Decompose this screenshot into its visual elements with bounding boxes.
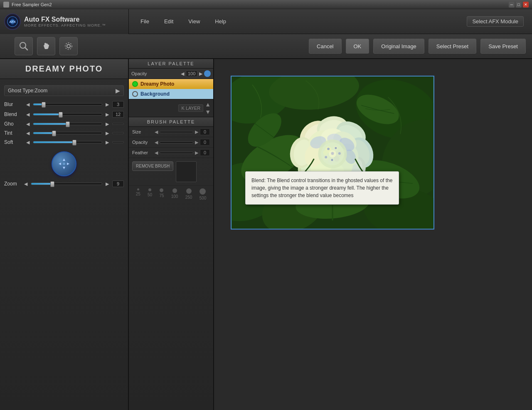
blend-track[interactable] [33,113,102,116]
brush-size-100[interactable]: 100 [171,188,178,200]
brush-size-500[interactable]: 500 [200,188,207,200]
tint-increase-button[interactable]: ▶ [105,131,110,136]
svg-text:AFX: AFX [9,20,16,24]
tint-decrease-button[interactable]: ◀ [25,131,30,136]
layer-scroll-up-button[interactable]: ▲ [205,101,211,108]
save-preset-button[interactable]: Save Preset [480,39,526,54]
title-bar-text: Free Sampler Gen2 [12,2,507,7]
opacity-value: 100 [186,70,197,77]
logo-area: AFX Auto FX Software MORE EFFECTS. AFFEC… [0,9,129,34]
zoom-increase-button[interactable]: ▶ [105,181,110,187]
palettes-panel: LAYER PALETTE Opacity ◀ 100 ▶ Dreamy Pho… [129,59,214,410]
ok-button[interactable]: OK [346,39,369,54]
logo-main-text: Auto FX Software [24,16,106,23]
minimize-button[interactable]: ─ [509,2,515,7]
layer-visibility-icon-bg[interactable] [132,91,138,97]
tint-track[interactable] [33,132,102,134]
brush-opacity-value: 0 [200,139,210,146]
brush-size-label-50: 50 [148,193,152,197]
effect-title: DREAMY PHOTO [0,59,128,79]
layer-visibility-icon[interactable] [132,81,138,87]
ghost-type-arrow-icon[interactable]: ▶ [116,87,120,94]
soft-increase-button[interactable]: ▶ [105,140,110,145]
layer-scroll-down-button[interactable]: ▼ [205,109,211,115]
brush-size-increase-button[interactable]: ▶ [195,129,198,135]
brush-feather-decrease-button[interactable]: ◀ [155,150,158,156]
brush-opacity-decrease-button[interactable]: ◀ [155,140,158,145]
maximize-button[interactable]: □ [516,2,522,7]
brush-feather-increase-button[interactable]: ▶ [195,150,198,156]
move-tool-button[interactable] [52,151,76,176]
layer-name-background: Background [140,91,210,97]
soft-slider-row: Soft ◀ ▶ [4,139,124,145]
gho-slider-row: Gho ◀ ▶ [4,121,124,127]
opacity-increase-button[interactable]: ▶ [199,71,202,77]
brush-palette-title: BRUSH PALETTE [129,117,213,127]
cancel-button[interactable]: Cancel [309,39,341,54]
gho-track[interactable] [33,123,102,125]
gho-value [112,123,124,125]
ghost-type-selector[interactable]: Ghost Type:Zoom ▶ [4,85,124,96]
blend-decrease-button[interactable]: ◀ [25,112,30,117]
brush-palette: BRUSH PALETTE Size ◀ ▶ 0 Opacity ◀ ▶ 0 F… [129,117,213,410]
brush-opacity-increase-button[interactable]: ▶ [195,140,198,145]
menu-help[interactable]: Help [212,17,229,26]
gho-decrease-button[interactable]: ◀ [25,121,30,127]
brush-size-25[interactable]: 25 [136,188,140,200]
svg-marker-10 [67,163,69,165]
brush-size-250[interactable]: 250 [185,188,192,200]
soft-decrease-button[interactable]: ◀ [25,140,30,145]
magnify-tool-button[interactable] [15,37,33,55]
select-preset-button[interactable]: Select Preset [429,39,476,54]
brush-size-50[interactable]: 50 [148,188,152,200]
brush-opacity-track[interactable] [160,141,193,143]
brush-opacity-label: Opacity [132,140,153,145]
brush-preview [176,161,197,182]
brush-size-decrease-button[interactable]: ◀ [155,129,158,135]
opacity-lock-button[interactable] [204,70,211,77]
brush-size-label: Size [132,129,153,134]
brush-size-row: Size ◀ ▶ 0 [129,127,213,137]
brush-size-label-250: 250 [185,195,192,200]
brush-dot-25 [137,188,139,190]
gho-increase-button[interactable]: ▶ [105,121,110,127]
brush-sizes: 25 50 75 100 250 [129,185,213,203]
opacity-decrease-button[interactable]: ◀ [181,71,184,77]
layer-item-dreamy-photo[interactable]: Dreamy Photo [129,79,213,89]
zoom-label: Zoom [4,181,21,187]
brush-size-track[interactable] [160,131,193,133]
remove-brush-button[interactable]: REMOVE BRUSH [132,161,173,171]
brush-dot-100 [172,188,177,193]
brush-size-75[interactable]: 75 [159,188,164,200]
blend-value: 12 [112,111,124,118]
blur-decrease-button[interactable]: ◀ [25,102,30,107]
zoom-track[interactable] [31,183,102,185]
menu-edit[interactable]: Edit [161,17,177,26]
close-button[interactable]: ✕ [523,2,529,7]
soft-label: Soft [4,139,23,145]
blur-slider-row: Blur ◀ ▶ 3 [4,101,124,108]
layer-item-background[interactable]: Background [129,89,213,99]
svg-point-6 [65,43,72,49]
image-frame [231,76,434,230]
brush-feather-track[interactable] [160,152,193,154]
brush-size-label-100: 100 [171,194,178,199]
gho-label: Gho [4,121,23,127]
add-layer-button[interactable]: K LAYER [178,104,203,112]
blur-increase-button[interactable]: ▶ [105,102,110,107]
settings-tool-button[interactable] [59,37,78,55]
original-image-button[interactable]: Original Image [373,39,424,54]
blur-track[interactable] [33,103,102,106]
svg-marker-8 [63,167,65,169]
zoom-decrease-button[interactable]: ◀ [23,181,28,187]
menu-view[interactable]: View [185,17,203,26]
hand-tool-button[interactable] [37,37,55,55]
soft-value [112,141,124,143]
menu-file[interactable]: File [137,17,153,26]
brush-feather-value: 0 [200,149,210,156]
blend-increase-button[interactable]: ▶ [105,112,110,117]
logo-text: Auto FX Software MORE EFFECTS. AFFECTING… [24,16,106,27]
tooltip-text: Blend: The Blend control transitions in … [251,178,392,198]
soft-track[interactable] [33,141,102,143]
select-afx-module[interactable]: Select AFX Module [467,16,524,27]
